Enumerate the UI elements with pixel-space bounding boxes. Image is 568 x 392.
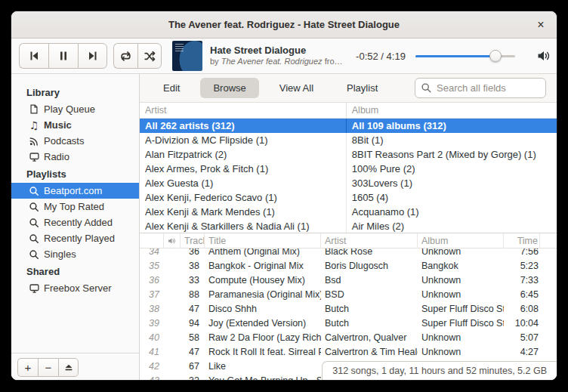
- browser-album-cell[interactable]: 8Bit (1): [347, 133, 557, 147]
- close-button[interactable]: ×: [532, 17, 549, 33]
- sidebar-item-podcasts[interactable]: Podcasts: [11, 133, 139, 149]
- row-number-column-header[interactable]: [140, 233, 164, 248]
- track-title-cell: Like: [205, 360, 321, 374]
- title-column-header[interactable]: Title: [205, 233, 321, 248]
- row-number: 40: [140, 331, 164, 345]
- browser-album-cell[interactable]: Acquanamo (1): [347, 205, 557, 219]
- sidebar-item-label: Recently Added: [44, 217, 113, 228]
- add-button[interactable]: +: [17, 358, 38, 377]
- tab-browse[interactable]: Browse: [200, 78, 258, 98]
- pause-button[interactable]: [48, 43, 78, 69]
- album-art: [172, 41, 202, 71]
- sidebar-item-recently-played[interactable]: Recently Played: [11, 230, 139, 246]
- track-title-cell: Joy (Extended Version): [205, 316, 321, 331]
- track-time-cell: 4:27: [504, 345, 540, 360]
- browser-row[interactable]: Alan Fitzpatrick (2)8BIT Reasons Part 2 …: [140, 147, 557, 162]
- browser-row[interactable]: All 262 artists (312)All 109 albums (312…: [140, 119, 557, 133]
- search-input[interactable]: [437, 82, 540, 94]
- album-column-header[interactable]: Album: [418, 233, 504, 248]
- browser-album-cell[interactable]: 8BIT Reasons Part 2 (Mixed by Gorge) (1): [347, 147, 557, 162]
- volume-button[interactable]: [535, 47, 553, 65]
- seek-handle[interactable]: [489, 50, 502, 62]
- next-button[interactable]: [78, 43, 107, 69]
- browser-row[interactable]: Alex Guesta (1)303Lovers (1): [140, 176, 557, 190]
- sidebar-item-my-top-rated[interactable]: My Top Rated: [11, 199, 139, 215]
- track-number: 94: [181, 316, 205, 331]
- track-number: 33: [181, 273, 205, 288]
- playing-indicator-cell: [164, 331, 181, 345]
- spacer-cell: [540, 288, 557, 302]
- track-album-cell: Super Fluff Disco Stuff: [418, 316, 504, 331]
- browser-row[interactable]: Alex Kenji & Starkillers & Nadia Ali (1)…: [140, 219, 557, 233]
- browser-artist-cell[interactable]: Alan Fitzpatrick (2): [140, 147, 347, 162]
- track-row[interactable]: 3994Joy (Extended Version)ButchSuper Flu…: [140, 316, 557, 331]
- sidebar-item-singles[interactable]: Singles: [11, 246, 139, 262]
- time-column-header[interactable]: Time: [504, 233, 540, 248]
- sidebar-item-label: Podcasts: [44, 135, 84, 147]
- track-artist: The Avener feat. Rodriguez: [221, 57, 323, 66]
- sidebar-item-freebox-server[interactable]: Freebox Server: [11, 280, 139, 296]
- browser-album-cell[interactable]: 100% Pure (2): [347, 162, 557, 176]
- window-body: LibraryPlay Queue♫MusicPodcastsRadioPlay…: [11, 74, 557, 381]
- seek-slider[interactable]: [415, 50, 515, 62]
- tab-view-all[interactable]: View All: [267, 78, 326, 98]
- server-icon: [28, 282, 40, 295]
- track-row[interactable]: 3538Bangkok - Original MixBoris Dlugosch…: [140, 259, 557, 273]
- browser-artist-cell[interactable]: Alex Kenji & Mark Mendes (1): [140, 205, 347, 219]
- track-artist-cell: Butch: [321, 316, 418, 331]
- repeat-button[interactable]: [113, 43, 137, 69]
- track-title-cell: Raw 2 Da Floor (Lazy Rich Re…: [205, 331, 321, 345]
- browser-album-header[interactable]: Album: [347, 103, 557, 118]
- library-browser: Artist Album All 262 artists (312)All 10…: [140, 103, 557, 233]
- sidebar-item-music[interactable]: ♫Music: [11, 117, 139, 133]
- artist-column-header[interactable]: Artist: [321, 233, 418, 248]
- playing-indicator-cell: [164, 302, 181, 316]
- browser-album-cell[interactable]: 1605 (4): [347, 190, 557, 205]
- tab-edit[interactable]: Edit: [150, 78, 193, 98]
- sidebar-item-label: Recently Played: [44, 233, 115, 244]
- previous-button[interactable]: [19, 43, 48, 69]
- sidebar-item-play-queue[interactable]: Play Queue: [11, 101, 139, 117]
- radio-icon: [28, 151, 40, 163]
- eject-icon: [63, 362, 74, 372]
- browser-album-cell[interactable]: Air Miles (2): [347, 219, 557, 233]
- sidebar-item-radio[interactable]: Radio: [11, 149, 139, 165]
- playing-column-header[interactable]: [164, 233, 181, 248]
- browser-row[interactable]: Alex Kenji & Mark Mendes (1)Acquanamo (1…: [140, 205, 557, 219]
- browser-artist-cell[interactable]: Alex Kenji & Starkillers & Nadia Ali (1): [140, 219, 347, 233]
- track-title-cell: Rock It Roll It feat. Sirreal Pip…: [205, 345, 321, 360]
- spacer-column-header: [540, 233, 557, 248]
- tab-playlist[interactable]: Playlist: [334, 78, 390, 98]
- browser-album-cell[interactable]: 303Lovers (1): [347, 176, 557, 190]
- sidebar-item-recently-added[interactable]: Recently Added: [11, 215, 139, 230]
- sidebar-item-beatport-com[interactable]: Beatport.com: [11, 183, 139, 199]
- browser-artist-cell[interactable]: A-Divizion & MC Flipside (1): [140, 133, 347, 147]
- sidebar-section-title-playlists: Playlists: [11, 165, 139, 183]
- browser-row[interactable]: Alex Kenji, Federico Scavo (1)1605 (4): [140, 190, 557, 205]
- row-number: 35: [140, 259, 164, 273]
- browser-row[interactable]: Alex Armes, Prok & Fitch (1)100% Pure (2…: [140, 162, 557, 176]
- search-box[interactable]: [415, 78, 546, 98]
- track-row[interactable]: 3847Disco ShhhButchSuper Fluff Disco Stu…: [140, 302, 557, 316]
- eject-button[interactable]: [58, 358, 79, 377]
- browser-artist-header[interactable]: Artist: [140, 103, 347, 118]
- browser-artist-cell[interactable]: All 262 artists (312): [140, 119, 347, 133]
- browser-album-cell[interactable]: All 109 albums (312): [347, 119, 557, 133]
- browser-artist-cell[interactable]: Alex Armes, Prok & Fitch (1): [140, 162, 347, 176]
- browser-artist-cell[interactable]: Alex Kenji, Federico Scavo (1): [140, 190, 347, 205]
- browser-row[interactable]: A-Divizion & MC Flipside (1)8Bit (1): [140, 133, 557, 147]
- track-row[interactable]: 3788Paramanesia (Original Mix)BSDUnknown…: [140, 288, 557, 302]
- track-row[interactable]: 4147Rock It Roll It feat. Sirreal Pip…Ca…: [140, 345, 557, 360]
- track-row[interactable]: 4058Raw 2 Da Floor (Lazy Rich Re…Calvert…: [140, 331, 557, 345]
- playing-indicator-cell: [164, 360, 181, 374]
- track-column-header[interactable]: Track: [181, 233, 205, 248]
- shuffle-button[interactable]: [137, 43, 162, 69]
- music-note-icon: ♫: [28, 119, 40, 131]
- browser-artist-cell[interactable]: Alex Guesta (1): [140, 176, 347, 190]
- row-number: 39: [140, 316, 164, 331]
- window-title: The Avener feat. Rodriguez - Hate Street…: [168, 19, 400, 30]
- remove-button[interactable]: −: [38, 358, 58, 377]
- titlebar[interactable]: The Avener feat. Rodriguez - Hate Street…: [11, 11, 557, 39]
- spacer-cell: [540, 345, 557, 360]
- track-row[interactable]: 3633Compute (Housey Mix)BsdUnknown7:33: [140, 273, 557, 288]
